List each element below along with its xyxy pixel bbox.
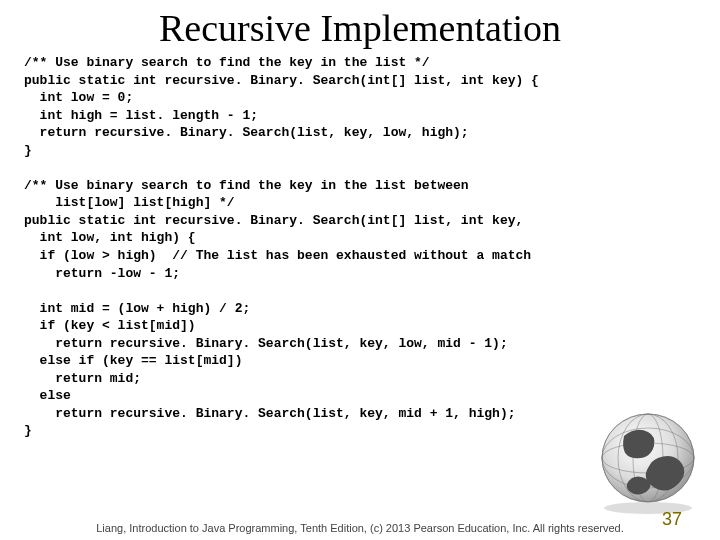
footer-text: Liang, Introduction to Java Programming,…	[0, 522, 720, 534]
code-block: /** Use binary search to find the key in…	[24, 54, 696, 440]
page-number: 37	[662, 509, 682, 530]
svg-point-5	[602, 443, 694, 473]
slide: Recursive Implementation /** Use binary …	[0, 0, 720, 540]
slide-title: Recursive Implementation	[24, 6, 696, 50]
